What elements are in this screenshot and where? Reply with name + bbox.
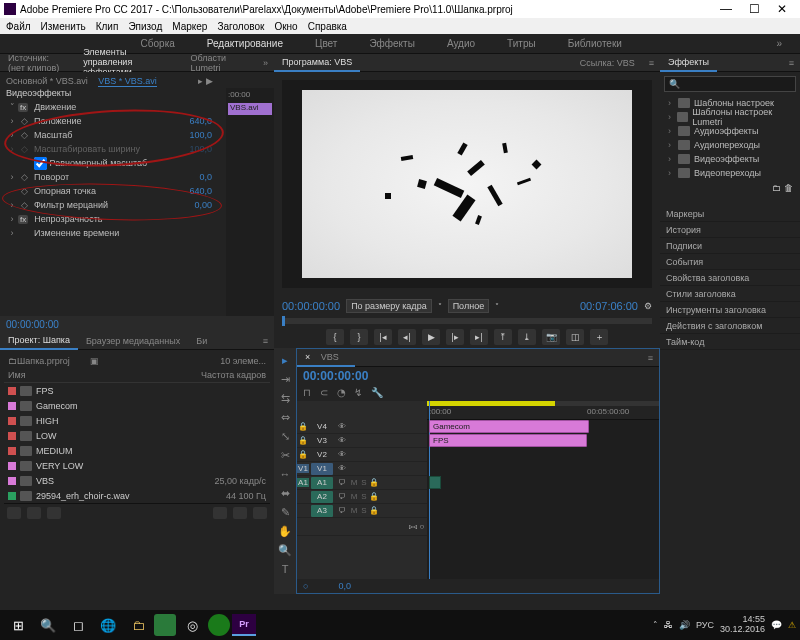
- task-view-button[interactable]: ◻: [64, 613, 92, 637]
- program-scrubber[interactable]: [282, 318, 652, 324]
- effects-search[interactable]: 🔍: [664, 76, 796, 92]
- tab-project[interactable]: Проект: Шапка: [0, 332, 78, 350]
- delete-button[interactable]: [253, 507, 267, 519]
- ec-mini-clip[interactable]: VBS.avi: [228, 103, 272, 115]
- collapsed-panel[interactable]: Подписи: [660, 238, 800, 254]
- project-item[interactable]: HIGH: [4, 413, 270, 428]
- timeline-zoom-bar[interactable]: ○0,0: [297, 579, 659, 593]
- slip-tool[interactable]: ↔: [277, 466, 293, 482]
- menu-title[interactable]: Заголовок: [217, 21, 264, 32]
- settings-icon[interactable]: ↯: [354, 387, 366, 399]
- resolution-dropdown[interactable]: Полное: [448, 299, 490, 313]
- taskbar-chrome[interactable]: 🌐: [94, 613, 122, 637]
- clip-fps[interactable]: FPS: [429, 434, 587, 447]
- taskbar-explorer[interactable]: 🗀: [124, 613, 152, 637]
- fit-dropdown[interactable]: По размеру кадра: [346, 299, 432, 313]
- workspace-audio[interactable]: Аудио: [441, 35, 481, 52]
- panel-menu-icon[interactable]: ≡: [783, 58, 800, 68]
- rolling-tool[interactable]: ⇔: [277, 409, 293, 425]
- project-item[interactable]: 29594_erh_choir-c.wav44 100 Гц: [4, 488, 270, 503]
- program-tc-right[interactable]: 00:07:06:00: [580, 300, 638, 312]
- menu-edit[interactable]: Изменить: [41, 21, 86, 32]
- time-ruler[interactable]: :00:00 00:05:00:00: [427, 406, 659, 420]
- collapsed-panel[interactable]: Стили заголовка: [660, 286, 800, 302]
- close-button[interactable]: ✕: [768, 2, 796, 16]
- new-bin-icon[interactable]: 🗀: [772, 183, 781, 193]
- selection-tool[interactable]: ▸: [277, 352, 293, 368]
- tray-up-icon[interactable]: ˄: [653, 620, 658, 630]
- taskbar-app2[interactable]: ◎: [178, 613, 206, 637]
- mark-out-button[interactable]: }: [350, 329, 368, 345]
- play-button[interactable]: ▶: [422, 329, 440, 345]
- track-a1[interactable]: A1A1🗩MS🔒: [297, 476, 427, 490]
- workspace-libraries[interactable]: Библиотеки: [562, 35, 628, 52]
- tab-media-browser[interactable]: Браузер медиаданных: [78, 333, 188, 349]
- track-master[interactable]: ▹◃○: [297, 518, 427, 536]
- panel-menu-icon[interactable]: »: [257, 58, 274, 68]
- audio-clip[interactable]: [429, 476, 441, 489]
- clip-gamecom[interactable]: Gamecom: [429, 420, 589, 433]
- tab-program[interactable]: Программа: VBS: [274, 54, 360, 72]
- workspace-overflow[interactable]: »: [770, 35, 788, 52]
- panel-menu-icon[interactable]: ≡: [257, 336, 274, 346]
- wrench-icon[interactable]: 🔧: [371, 387, 383, 399]
- hand-tool[interactable]: ✋: [277, 523, 293, 539]
- effects-folder[interactable]: ›Шаблоны настроек Lumetri: [664, 110, 796, 124]
- ripple-tool[interactable]: ⇆: [277, 390, 293, 406]
- menu-file[interactable]: Файл: [6, 21, 31, 32]
- freeform-view-button[interactable]: [47, 507, 61, 519]
- project-item[interactable]: Gamecom: [4, 398, 270, 413]
- tray-network-icon[interactable]: 🖧: [664, 620, 673, 630]
- add-button[interactable]: ＋: [590, 329, 608, 345]
- maximize-button[interactable]: ☐: [740, 2, 768, 16]
- extract-button[interactable]: ⤓: [518, 329, 536, 345]
- track-a3[interactable]: A3🗩MS🔒: [297, 504, 427, 518]
- workspace-titles[interactable]: Титры: [501, 35, 542, 52]
- mark-in-button[interactable]: {: [326, 329, 344, 345]
- effects-folder[interactable]: ›Аудиопереходы: [664, 138, 796, 152]
- taskbar-app3[interactable]: [208, 614, 230, 636]
- project-item[interactable]: MEDIUM: [4, 443, 270, 458]
- taskbar-premiere[interactable]: Pr: [232, 614, 256, 636]
- program-link[interactable]: Ссылка: VBS: [572, 55, 643, 71]
- new-bin-button[interactable]: [213, 507, 227, 519]
- step-back-button[interactable]: ◂|: [398, 329, 416, 345]
- rate-stretch-tool[interactable]: ⤡: [277, 428, 293, 444]
- menu-window[interactable]: Окно: [274, 21, 297, 32]
- start-button[interactable]: ⊞: [4, 613, 32, 637]
- track-v2[interactable]: 🔒V2👁: [297, 448, 427, 462]
- timeline-content[interactable]: :00:00 00:05:00:00 Gamecom FPS: [427, 401, 659, 579]
- tray-lang[interactable]: РУС: [696, 620, 714, 630]
- search-button[interactable]: 🔍: [34, 613, 62, 637]
- menu-help[interactable]: Справка: [308, 21, 347, 32]
- timeline-timecode[interactable]: 00:00:00:00: [303, 369, 368, 383]
- zoom-tool[interactable]: 🔍: [277, 542, 293, 558]
- marker-icon[interactable]: ◔: [337, 387, 349, 399]
- tray-clock[interactable]: 14:5530.12.2016: [720, 615, 765, 635]
- panel-menu-icon[interactable]: ≡: [643, 58, 660, 68]
- ec-clip-link[interactable]: VBS * VBS.avi: [98, 76, 157, 87]
- type-tool[interactable]: T: [277, 561, 293, 577]
- effects-folder[interactable]: ›Видеопереходы: [664, 166, 796, 180]
- icon-view-button[interactable]: [27, 507, 41, 519]
- list-view-button[interactable]: [7, 507, 21, 519]
- collapsed-panel[interactable]: События: [660, 254, 800, 270]
- collapsed-panel[interactable]: История: [660, 222, 800, 238]
- track-v3[interactable]: 🔒V3👁: [297, 434, 427, 448]
- workspace-color[interactable]: Цвет: [309, 35, 343, 52]
- menu-marker[interactable]: Маркер: [172, 21, 207, 32]
- menu-clip[interactable]: Клип: [96, 21, 119, 32]
- tab-sequence[interactable]: × VBS: [297, 349, 355, 367]
- program-tc-left[interactable]: 00:00:00:00: [282, 300, 340, 312]
- snap-icon[interactable]: ⊓: [303, 387, 315, 399]
- track-v4[interactable]: 🔒V4👁: [297, 420, 427, 434]
- project-item[interactable]: VBS25,00 кадр/с: [4, 473, 270, 488]
- program-viewport[interactable]: [282, 80, 652, 288]
- project-item[interactable]: FPS: [4, 383, 270, 398]
- collapsed-panel[interactable]: Маркеры: [660, 206, 800, 222]
- track-select-tool[interactable]: ⇥: [277, 371, 293, 387]
- new-item-button[interactable]: [233, 507, 247, 519]
- trash-icon[interactable]: 🗑: [784, 183, 793, 193]
- tab-libraries[interactable]: Би: [188, 333, 215, 349]
- taskbar-app1[interactable]: [154, 614, 176, 636]
